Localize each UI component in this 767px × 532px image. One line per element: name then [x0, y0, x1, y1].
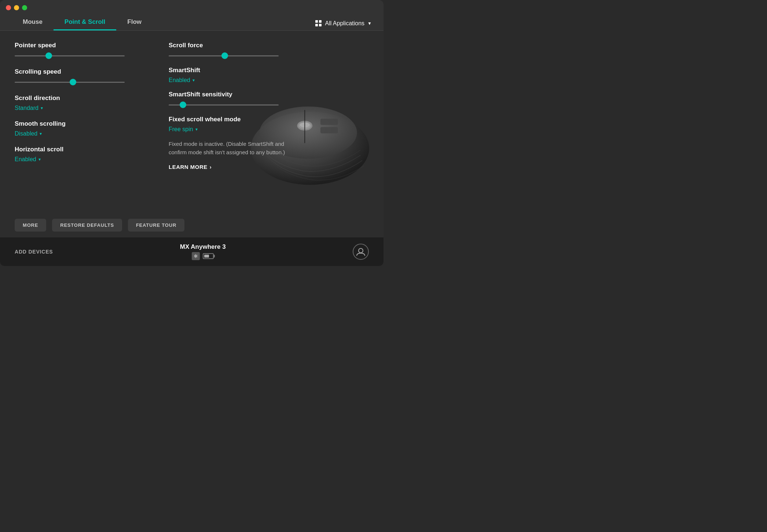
maximize-button[interactable] — [22, 5, 27, 10]
learn-more-link[interactable]: LEARN MORE › — [169, 164, 369, 170]
pointer-speed-thumb[interactable] — [45, 52, 52, 59]
scroll-direction-label: Scroll direction — [15, 95, 154, 102]
profile-icon — [356, 247, 366, 256]
close-button[interactable] — [6, 5, 11, 10]
right-column: Scroll force SmartShift Enabled ▾ — [154, 42, 369, 206]
fixed-scroll-info-text: Fixed mode is inactive. (Disable SmartSh… — [169, 140, 286, 156]
smooth-scrolling-chevron: ▾ — [40, 131, 42, 136]
svg-point-8 — [359, 248, 363, 253]
scroll-force-track — [169, 55, 279, 56]
main-content: Pointer speed Scrolling speed — [0, 31, 384, 237]
settings-columns: Pointer speed Scrolling speed — [0, 31, 384, 213]
scroll-direction-row: Scroll direction Standard ▾ — [15, 95, 154, 111]
smartshift-chevron: ▾ — [192, 78, 195, 83]
horizontal-scroll-label: Horizontal scroll — [15, 146, 154, 153]
all-apps-chevron: ▼ — [367, 21, 372, 26]
connection-icon: ✱ — [192, 252, 200, 260]
battery-icon — [203, 253, 214, 259]
scrolling-speed-row: Scrolling speed — [15, 68, 154, 86]
scroll-direction-dropdown[interactable]: Standard ▾ — [15, 105, 154, 111]
smartshift-label: SmartShift — [169, 67, 369, 74]
pointer-speed-row: Pointer speed — [15, 42, 154, 59]
tab-flow[interactable]: Flow — [116, 15, 153, 30]
feature-tour-button[interactable]: FEATURE TOUR — [128, 219, 184, 232]
horizontal-scroll-chevron: ▾ — [38, 157, 41, 162]
horizontal-scroll-row: Horizontal scroll Enabled ▾ — [15, 146, 154, 163]
scrolling-speed-thumb[interactable] — [70, 79, 76, 85]
all-applications-dropdown[interactable]: All Applications ▼ — [315, 20, 372, 30]
bottom-bar: MORE RESTORE DEFAULTS FEATURE TOUR — [0, 213, 384, 237]
scrolling-speed-track — [15, 82, 125, 83]
fixed-scroll-mode-chevron: ▾ — [195, 127, 198, 132]
smartshift-sensitivity-label: SmartShift sensitivity — [169, 91, 369, 98]
more-button[interactable]: MORE — [15, 219, 46, 232]
fixed-scroll-mode-dropdown[interactable]: Free spin ▾ — [169, 126, 369, 133]
left-column: Pointer speed Scrolling speed — [15, 42, 154, 206]
device-icons: ✱ — [192, 252, 214, 260]
tab-point-scroll[interactable]: Point & Scroll — [54, 15, 116, 30]
fixed-scroll-mode-row: Fixed scroll wheel mode Free spin ▾ — [169, 116, 369, 133]
traffic-lights — [6, 5, 378, 10]
smartshift-dropdown[interactable]: Enabled ▾ — [169, 77, 369, 84]
scrolling-speed-label: Scrolling speed — [15, 68, 154, 75]
smooth-scrolling-dropdown[interactable]: Disabled ▾ — [15, 130, 154, 137]
smartshift-sensitivity-slider[interactable] — [169, 101, 279, 108]
tab-mouse[interactable]: Mouse — [12, 15, 54, 30]
footer: ADD DEVICES MX Anywhere 3 ✱ — [0, 237, 384, 266]
smartshift-sensitivity-row: SmartShift sensitivity — [169, 91, 369, 108]
minimize-button[interactable] — [14, 5, 19, 10]
title-bar: Mouse Point & Scroll Flow All Applicatio… — [0, 0, 384, 30]
fixed-scroll-info-row: Fixed mode is inactive. (Disable SmartSh… — [169, 140, 369, 156]
battery-fill — [204, 255, 209, 258]
profile-button[interactable] — [353, 244, 369, 260]
fixed-scroll-mode-label: Fixed scroll wheel mode — [169, 116, 369, 123]
smooth-scrolling-label: Smooth scrolling — [15, 120, 154, 128]
pointer-speed-label: Pointer speed — [15, 42, 154, 49]
smooth-scrolling-row: Smooth scrolling Disabled ▾ — [15, 120, 154, 137]
scrolling-speed-slider[interactable] — [15, 78, 125, 86]
smartshift-sensitivity-thumb[interactable] — [180, 101, 186, 108]
restore-defaults-button[interactable]: RESTORE DEFAULTS — [52, 219, 122, 232]
settings-area: Pointer speed Scrolling speed — [0, 31, 384, 213]
pointer-speed-track — [15, 55, 125, 56]
smartshift-sensitivity-track — [169, 104, 279, 106]
device-info: MX Anywhere 3 ✱ — [180, 243, 226, 260]
horizontal-scroll-dropdown[interactable]: Enabled ▾ — [15, 156, 154, 163]
device-name: MX Anywhere 3 — [180, 243, 226, 251]
scroll-force-label: Scroll force — [169, 42, 369, 49]
learn-more-arrow: › — [210, 164, 212, 170]
scroll-force-thumb[interactable] — [221, 52, 228, 59]
add-devices-button[interactable]: ADD DEVICES — [15, 249, 53, 255]
pointer-speed-slider[interactable] — [15, 52, 125, 59]
apps-grid-icon — [315, 20, 322, 27]
scroll-force-row: Scroll force — [169, 42, 369, 59]
tab-bar: Mouse Point & Scroll Flow All Applicatio… — [6, 15, 378, 30]
scroll-force-slider[interactable] — [169, 52, 279, 59]
smartshift-row: SmartShift Enabled ▾ — [169, 67, 369, 84]
app-window: Mouse Point & Scroll Flow All Applicatio… — [0, 0, 384, 266]
scroll-direction-chevron: ▾ — [41, 106, 43, 111]
